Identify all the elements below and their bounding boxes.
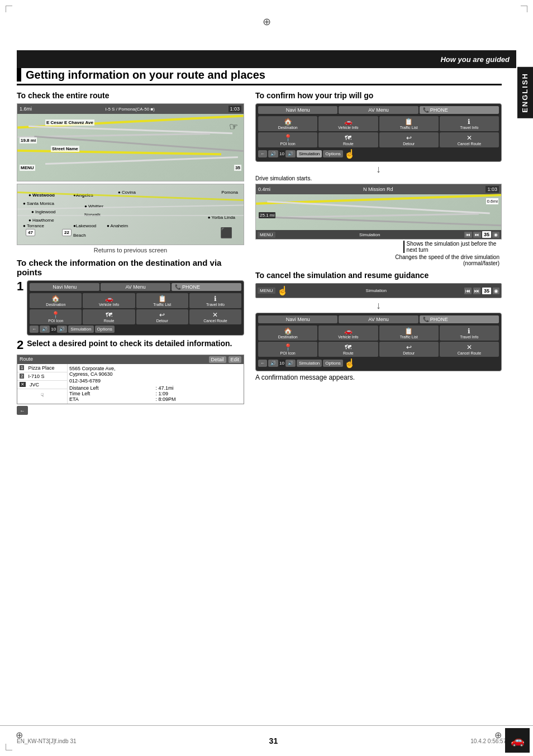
cancel-route-btn[interactable]: 🗺Route	[318, 342, 378, 357]
cancel-vehicle[interactable]: 🚗Vehicle Info	[318, 326, 378, 341]
sim-next-btn[interactable]: ⏭	[473, 232, 481, 238]
menu-tab-av: AV Menu	[101, 283, 170, 291]
eta-label: ETA	[69, 396, 156, 402]
sim-prev-btn[interactable]: ⏮	[464, 232, 472, 238]
bottom-footer: EN_KW-NT3[J]f.indb 31 31 10.4.2 0:56:57 …	[0, 725, 533, 756]
crosshair-top: ⊕	[263, 16, 271, 28]
menu-destination[interactable]: 🏠 Destination	[30, 293, 82, 308]
menu-detour[interactable]: ↩ Detour	[136, 309, 188, 324]
confirm-vehicle[interactable]: 🚗Vehicle Info	[318, 116, 378, 131]
map-header-bar: 1.6mi I-5 S / Pomona(CA-50 ■) 1:03	[17, 104, 244, 114]
conf-back-btn[interactable]: ←	[258, 150, 267, 157]
wp-num-x: ✕	[20, 382, 26, 387]
menu-traffic[interactable]: 📋 Traffic List	[136, 293, 188, 308]
conf-dest-icon: 🏠	[259, 118, 316, 126]
poi-icon: 📍	[31, 311, 80, 319]
canc-vol-down[interactable]: 🔊	[268, 360, 278, 367]
cancel-cancel-route[interactable]: ✕Cancel Route	[440, 342, 499, 357]
waypoint-1[interactable]: 1 Pizza Place	[17, 364, 67, 372]
timeleft-value: : 1:09	[156, 391, 242, 396]
route-icon: 🗺	[84, 311, 134, 319]
sim-menu-btn[interactable]: MENU	[258, 232, 275, 238]
sim-road: N Mission Rd	[363, 186, 393, 192]
cancel-sim-bar: MENU ☝ Simulation ⏮ ⏭ 35 ◉	[255, 283, 502, 298]
waypoint-2[interactable]: 2 I-710 S	[17, 372, 67, 381]
menu-poi[interactable]: 📍 POI Icon	[30, 309, 82, 324]
edit-btn[interactable]: Edit	[229, 356, 242, 363]
conf-veh-icon: 🚗	[320, 118, 377, 126]
arrow-down-1: ↓	[255, 164, 502, 174]
route-overview-map: ● Westwood ●Angeles ● Covina Pomona ● Sa…	[17, 184, 244, 245]
confirm-cancel-route[interactable]: ✕Cancel Route	[440, 132, 499, 147]
confirm-destination[interactable]: 🏠Destination	[258, 116, 317, 131]
cancel-destination[interactable]: 🏠Destination	[258, 326, 317, 341]
map-distance: 1.6mi	[20, 106, 32, 112]
sim-annotation-speed: Changes the speed of the drive simulatio…	[255, 254, 502, 266]
header-bar: How you are guided	[17, 50, 516, 68]
cancel-travel[interactable]: ℹTravel Info	[440, 326, 499, 341]
city-lakewood: ●Lakewood	[73, 223, 96, 228]
menu-options-btn[interactable]: Options	[95, 326, 115, 333]
back-button[interactable]: ←	[17, 406, 28, 415]
conf-vol-up[interactable]: 🔊	[285, 150, 296, 157]
section-confirm-trip: To confirm how your trip will go Navi Me…	[255, 91, 502, 266]
canc-back-btn[interactable]: ←	[258, 360, 267, 367]
conf-detour-icon: ↩	[380, 134, 437, 142]
cancel-poi[interactable]: 📍POI Icon	[258, 342, 317, 357]
canc-options-btn[interactable]: Options	[323, 360, 343, 367]
route-waypoints: 1 Pizza Place 2 I-710 S ✕ JVC	[17, 364, 68, 404]
corner-mark-tr	[521, 6, 527, 12]
confirm-detour[interactable]: ↩Detour	[379, 132, 439, 147]
menu-simulation-btn[interactable]: Simulation	[68, 326, 93, 333]
cancel-sim-heading: To cancel the simulation and resume guid…	[255, 271, 502, 280]
confirm-traffic[interactable]: 📋Traffic List	[379, 116, 439, 131]
menu-cancel-route[interactable]: ✕ Cancel Route	[189, 309, 241, 324]
detail-btn[interactable]: Detail	[209, 356, 226, 363]
confirm-poi[interactable]: 📍POI Icon	[258, 132, 317, 147]
confirm-travel[interactable]: ℹTravel Info	[440, 116, 499, 131]
canc-route-icon: 🗺	[320, 343, 377, 351]
menu-route[interactable]: 🗺 Route	[83, 309, 135, 324]
cancel-traffic[interactable]: 📋Traffic List	[379, 326, 439, 341]
menu-vol-num: 10	[51, 327, 56, 332]
conf-vol-down[interactable]: 🔊	[268, 150, 278, 157]
confirmation-note: A confirmation message appears.	[255, 374, 502, 381]
canc-traf-icon: 📋	[380, 327, 437, 335]
header-title: How you are guided	[440, 55, 510, 64]
cancel-tab-av: AV Menu	[339, 315, 418, 323]
menu-vehicle[interactable]: 🚗 Vehicle Info	[83, 293, 135, 308]
confirm-route[interactable]: 🗺Route	[318, 132, 378, 147]
cancel-prev-btn[interactable]: ⏮	[464, 288, 472, 294]
cancel-icon: ✕	[191, 311, 240, 319]
cancel-detour[interactable]: ↩Detour	[379, 342, 439, 357]
section-destination-info: To check the information on the destinat…	[17, 258, 244, 415]
cancel-stop-btn[interactable]: ◉	[493, 288, 499, 294]
map-route-info: I-5 S / Pomona(CA-50 ■)	[106, 107, 155, 112]
canc-simulation-btn[interactable]: Simulation	[297, 360, 322, 367]
menu-vol-down[interactable]: 🔊	[40, 326, 50, 333]
section1-caption: Returns to previous screen	[17, 247, 244, 253]
map-label-num1: 19.8 mi	[20, 137, 37, 143]
route-info-box: Route Detail Edit 1 Pizza Pla	[17, 355, 244, 404]
sim-stop-btn[interactable]: ◉	[492, 232, 499, 238]
conf-options-btn[interactable]: Options	[323, 150, 343, 157]
conf-simulation-btn[interactable]: Simulation	[297, 150, 322, 157]
menu-back-btn[interactable]: ←	[30, 326, 39, 333]
step1-number: 1	[17, 280, 23, 293]
sim-label: Simulation	[277, 232, 463, 237]
menu-vol-up[interactable]: 🔊	[57, 326, 67, 333]
city-torrance: ● Torrance	[23, 223, 44, 228]
canc-vol-num: 10	[279, 361, 284, 366]
conf-vol-num: 10	[279, 151, 284, 156]
route-content: 1 Pizza Place 2 I-710 S ✕ JVC	[17, 364, 244, 404]
cancel-next-btn[interactable]: ⏭	[473, 288, 480, 294]
city-beach: Beach	[73, 233, 86, 238]
menu-travel[interactable]: ℹ Travel Info	[189, 293, 241, 308]
route-detail-panel: 5565 Corporate Ave, Cypress, CA 90630 01…	[68, 364, 244, 404]
back-button-container: ←	[17, 406, 244, 415]
city-pomona: Pomona	[221, 190, 238, 195]
waypoint-3[interactable]: ✕ JVC	[17, 381, 67, 389]
canc-vol-up[interactable]: 🔊	[285, 360, 296, 367]
conf-cancel-icon: ✕	[441, 134, 498, 142]
cancel-menu-btn[interactable]: MENU	[258, 288, 275, 294]
